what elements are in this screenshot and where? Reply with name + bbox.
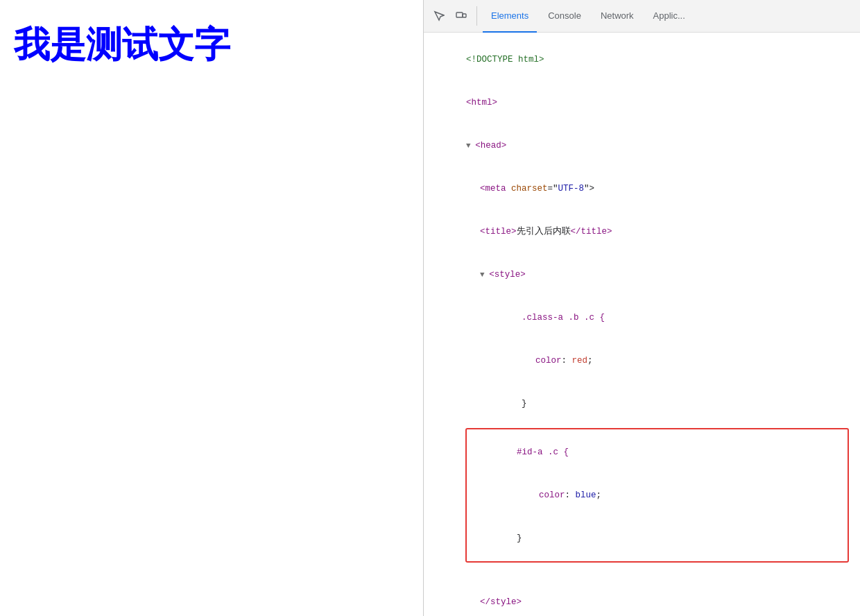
page-heading: 我是测试文字: [14, 21, 409, 69]
toolbar-divider: [476, 6, 477, 26]
device-toggle-icon[interactable]: [452, 6, 471, 26]
svg-rect-1: [463, 14, 466, 17]
css-rule-highlighted-box: #id-a .c { color: blue; }: [465, 428, 849, 563]
tab-network[interactable]: Network: [592, 1, 642, 33]
code-html-open: <html>: [424, 81, 860, 124]
code-css-selector1: .class-a .b .c {: [424, 296, 860, 339]
code-head-open: ▼ <head>: [424, 124, 860, 167]
code-style-open: ▼ <style>: [424, 253, 860, 296]
code-style-close: </style>: [424, 581, 860, 616]
page-area: 我是测试文字: [0, 0, 423, 616]
devtools-toolbar: Elements Console Network Applic...: [424, 0, 860, 33]
elements-content[interactable]: <!DOCTYPE html> <html> ▼ <head> <meta ch…: [424, 33, 860, 616]
code-meta: <meta charset="UTF-8">: [424, 167, 860, 210]
tab-elements[interactable]: Elements: [483, 1, 537, 33]
code-doctype: <!DOCTYPE html>: [424, 38, 860, 81]
code-css-selector2: #id-a .c {: [467, 431, 848, 474]
code-empty1: [424, 565, 860, 581]
code-css-close1: }: [424, 382, 860, 425]
code-css-close2: }: [467, 517, 848, 560]
inspect-icon[interactable]: [429, 6, 449, 26]
code-css-prop2: color: blue;: [467, 474, 848, 517]
tab-console[interactable]: Console: [540, 1, 590, 33]
svg-rect-0: [456, 12, 463, 17]
code-title: <title>先引入后内联</title>: [424, 210, 860, 253]
code-css-prop1: color: red;: [424, 339, 860, 382]
devtools-panel: Elements Console Network Applic... <!DOC…: [423, 0, 860, 616]
tab-application[interactable]: Applic...: [645, 1, 694, 33]
